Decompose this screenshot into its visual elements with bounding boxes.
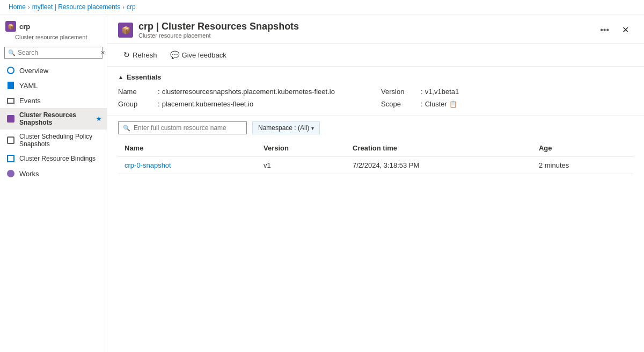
resources-table: Name Version Creation time Age crp-0-sna… [118,140,633,174]
sidebar-search-box[interactable]: 🔍 ✕ « [4,47,103,59]
sidebar-item-cluster-scheduling-policy-snapshots[interactable]: Cluster Scheduling Policy Snapshots [0,130,107,151]
yaml-icon [6,81,15,90]
scheduling-icon [6,136,15,145]
essentials-name-row: Name : clusterresourcesnapshots.placemen… [118,87,370,97]
search-icon: 🔍 [8,49,16,56]
toolbar: ↻ Refresh 💬 Give feedback [107,44,644,67]
essentials-grid: Name : clusterresourcesnapshots.placemen… [118,87,633,109]
table-header: Name Version Creation time Age [118,140,633,157]
col-header-version: Version [257,140,346,157]
sidebar-item-events-label: Events [19,97,41,105]
breadcrumb-current: crp [127,3,136,11]
sidebar-item-cluster-resource-bindings-label: Cluster Resource Bindings [19,155,96,162]
resources-table-container: Name Version Creation time Age crp-0-sna… [107,140,644,174]
sidebar-item-cluster-resources-snapshots[interactable]: Cluster Resources Snapshots ★ [0,108,107,130]
essentials-version-value: v1,v1beta1 [425,88,459,96]
essentials-section: ▲ Essentials Name : clusterresourcesnaps… [107,67,644,116]
main-content: 📦 crp | Cluster Resources Snapshots Clus… [107,15,644,352]
essentials-version-row: Version : v1,v1beta1 [381,87,633,97]
namespace-filter-chevron-icon: ▾ [311,125,314,131]
cell-name: crp-0-snapshot [118,157,257,174]
cell-version: v1 [257,157,346,174]
essentials-name-value: clusterresourcesnapshots.placement.kuber… [162,88,335,96]
sidebar-item-cluster-scheduling-policy-snapshots-label: Cluster Scheduling Policy Snapshots [19,133,101,148]
col-header-name: Name [118,140,257,157]
col-header-creation-time: Creation time [346,140,532,157]
feedback-button[interactable]: 💬 Give feedback [165,48,232,62]
snapshot-icon [6,114,15,123]
essentials-group-label: Group [118,100,156,108]
sidebar-item-cluster-resources-snapshots-label: Cluster Resources Snapshots [19,111,92,126]
sidebar-resource-icon: 📦 [5,21,16,32]
table-body: crp-0-snapshot v1 7/2/2024, 3:18:53 PM 2… [118,157,633,174]
sidebar-item-cluster-resource-bindings[interactable]: Cluster Resource Bindings [0,151,107,166]
table-row: crp-0-snapshot v1 7/2/2024, 3:18:53 PM 2… [118,157,633,174]
refresh-icon: ↻ [123,51,130,59]
sidebar: 📦 crp Cluster resource placement 🔍 ✕ « O… [0,15,107,352]
more-options-button[interactable]: ••• [597,24,612,36]
breadcrumb-home[interactable]: Home [9,3,26,11]
essentials-version-label: Version [381,88,419,96]
refresh-button[interactable]: ↻ Refresh [118,48,163,62]
breadcrumb: Home › myfleet | Resource placements › c… [0,0,644,15]
sidebar-item-overview[interactable]: Overview [0,63,107,78]
essentials-scope-label: Scope [381,100,419,108]
essentials-group-row: Group : placement.kubernetes-fleet.io [118,99,370,109]
works-icon [6,169,15,178]
sidebar-item-yaml-label: YAML [19,82,38,90]
page-subtitle: Cluster resource placement [138,32,591,39]
essentials-label: Essentials [127,73,161,81]
sidebar-header: 📦 crp [0,17,107,34]
sidebar-item-works-label: Works [19,170,39,178]
refresh-label: Refresh [133,51,157,59]
filter-search-icon: 🔍 [123,125,130,132]
col-header-age: Age [532,140,633,157]
essentials-scope-row: Scope : Cluster 📋 [381,99,633,109]
namespace-filter-label: Namespace : (All) [258,124,309,132]
cell-age: 2 minutes [532,157,633,174]
filter-search-box[interactable]: 🔍 [118,121,247,134]
events-icon [6,96,15,105]
breadcrumb-fleet[interactable]: myfleet | Resource placements [32,3,121,11]
sidebar-search-input[interactable] [18,49,98,56]
essentials-toggle[interactable]: ▲ Essentials [118,73,633,81]
resource-name-filter-input[interactable] [134,124,241,132]
sidebar-item-overview-label: Overview [19,67,48,75]
bindings-icon [6,154,15,163]
title-resource-icon: 📦 [118,23,133,38]
filter-bar: 🔍 Namespace : (All) ▾ [107,116,644,140]
essentials-name-label: Name [118,88,156,96]
scope-copy-icon[interactable]: 📋 [449,100,457,108]
essentials-scope-value: Cluster 📋 [425,100,457,108]
sidebar-resource-name: crp [19,23,30,31]
cell-creation-time: 7/2/2024, 3:18:53 PM [346,157,532,174]
feedback-icon: 💬 [170,51,179,59]
star-icon[interactable]: ★ [96,116,101,123]
title-text-block: crp | Cluster Resources Snapshots Cluste… [138,21,591,39]
feedback-label: Give feedback [182,51,226,59]
resource-link[interactable]: crp-0-snapshot [125,161,171,169]
namespace-filter-badge[interactable]: Namespace : (All) ▾ [252,121,320,134]
close-button[interactable]: ✕ [618,23,633,37]
sidebar-item-works[interactable]: Works [0,166,107,181]
sidebar-item-events[interactable]: Events [0,93,107,108]
sidebar-item-yaml[interactable]: YAML [0,78,107,93]
overview-icon [6,66,15,75]
essentials-chevron-icon: ▲ [118,74,123,80]
essentials-group-value: placement.kubernetes-fleet.io [162,100,254,108]
sidebar-resource-subtitle: Cluster resource placement [0,34,107,45]
title-bar: 📦 crp | Cluster Resources Snapshots Clus… [107,15,644,44]
page-title: crp | Cluster Resources Snapshots [138,21,591,32]
clear-search-icon[interactable]: ✕ [100,49,105,56]
